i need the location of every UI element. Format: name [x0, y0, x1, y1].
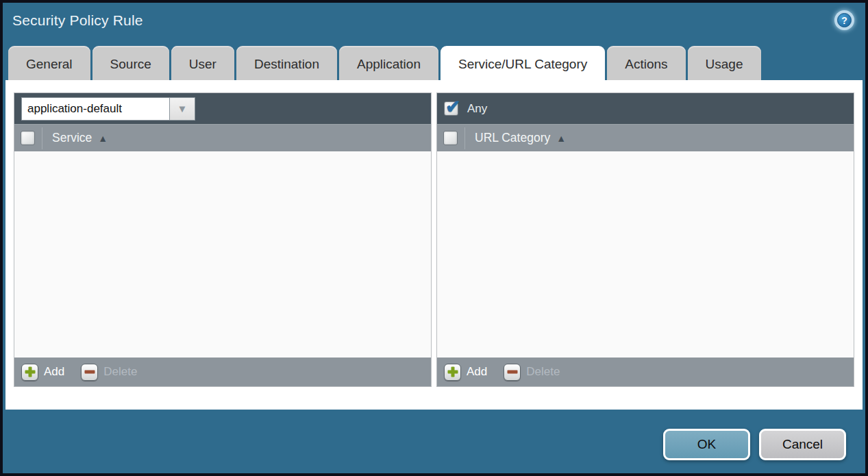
ok-button[interactable]: OK [663, 429, 750, 460]
tab-actions[interactable]: Actions [607, 46, 685, 83]
delete-button-label: Delete [526, 365, 560, 379]
any-checkbox-label[interactable]: Any [467, 102, 487, 116]
url-category-table-header: URL Category ▲ [437, 124, 854, 151]
add-button-label: Add [467, 365, 487, 379]
service-type-dropdown-button[interactable]: ▼ [169, 97, 195, 121]
service-panel: application-default ▼ Service ▲ Ad [14, 92, 432, 387]
tab-application[interactable]: Application [339, 46, 438, 83]
tab-destination[interactable]: Destination [236, 46, 337, 83]
service-table-header: Service ▲ [14, 124, 431, 151]
url-category-column-label[interactable]: URL Category [475, 131, 550, 145]
tab-bar: General Source User Destination Applicat… [8, 46, 761, 83]
url-category-select-all-checkbox[interactable] [443, 131, 458, 145]
tab-general[interactable]: General [8, 46, 90, 83]
sort-ascending-icon[interactable]: ▲ [556, 133, 566, 144]
cancel-button[interactable]: Cancel [759, 429, 846, 460]
tab-content-service-url-category: application-default ▼ Service ▲ Ad [5, 80, 863, 410]
url-category-delete-button[interactable]: Delete [504, 364, 560, 381]
chevron-down-icon: ▼ [177, 103, 188, 114]
url-category-panel: ✔ Any URL Category ▲ Add [436, 92, 854, 387]
any-checkbox[interactable]: ✔ [444, 101, 458, 116]
plus-icon [21, 364, 38, 381]
dialog-title: Security Policy Rule [12, 12, 143, 29]
plus-icon [444, 364, 461, 381]
dialog-button-row: OK Cancel [663, 429, 846, 460]
service-add-button[interactable]: Add [21, 364, 64, 381]
check-mark-icon: ✔ [445, 96, 461, 118]
sort-ascending-icon[interactable]: ▲ [98, 133, 108, 144]
service-type-combobox: application-default ▼ [21, 97, 195, 121]
url-category-panel-footer: Add Delete [437, 358, 854, 386]
security-policy-rule-dialog: Security Policy Rule ? General Source Us… [0, 0, 868, 476]
minus-icon [504, 364, 521, 381]
tab-user[interactable]: User [171, 46, 234, 83]
url-category-panel-topbar: ✔ Any [437, 93, 854, 124]
help-button[interactable]: ? [834, 10, 854, 30]
column-separator [42, 127, 42, 149]
tab-source[interactable]: Source [92, 46, 169, 83]
url-category-add-button[interactable]: Add [444, 364, 487, 381]
service-panel-topbar: application-default ▼ [14, 93, 431, 124]
service-table-body[interactable] [14, 151, 431, 358]
question-mark-icon: ? [837, 13, 852, 27]
tab-usage[interactable]: Usage [688, 46, 761, 83]
minus-icon [81, 364, 98, 381]
add-button-label: Add [44, 365, 64, 379]
service-select-all-checkbox[interactable] [21, 131, 35, 145]
service-column-label[interactable]: Service [52, 131, 92, 145]
url-category-table-body[interactable] [437, 151, 854, 358]
service-delete-button[interactable]: Delete [81, 364, 137, 381]
service-panel-footer: Add Delete [14, 358, 431, 386]
tab-service-url-category[interactable]: Service/URL Category [441, 46, 605, 83]
delete-button-label: Delete [103, 365, 137, 379]
service-type-value[interactable]: application-default [21, 97, 169, 121]
column-separator [464, 127, 465, 149]
